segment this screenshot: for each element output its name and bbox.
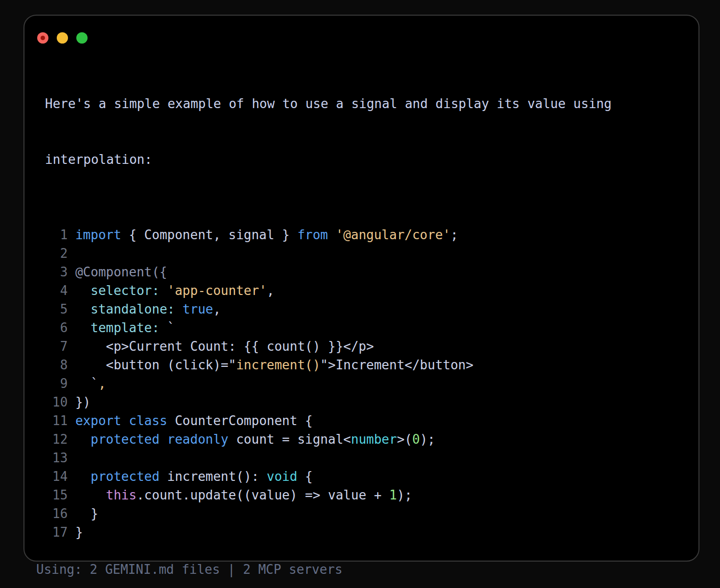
line-number: 6 <box>52 318 68 337</box>
code-line: 3@Component({ <box>52 263 698 281</box>
terminal-window: Here's a simple example of how to use a … <box>23 15 699 562</box>
code-line: 1import { Component, signal } from '@ang… <box>52 226 698 244</box>
line-number: 4 <box>52 281 68 300</box>
line-number: 14 <box>52 467 68 486</box>
line-number: 5 <box>52 300 68 318</box>
code-line: 8 <button (click)="increment()">Incremen… <box>52 356 698 374</box>
code-tokens: <button (click)="increment()">Increment<… <box>75 358 473 372</box>
code-block: 1import { Component, signal } from '@ang… <box>52 226 698 542</box>
code-line: 5 standalone: true, <box>52 300 698 318</box>
code-tokens: template: ` <box>75 320 175 335</box>
code-tokens: <p>Current Count: {{ count() }}</p> <box>75 339 374 354</box>
maximize-button[interactable] <box>76 32 88 44</box>
close-button[interactable] <box>37 32 48 44</box>
code-line: 11export class CounterComponent { <box>52 411 698 430</box>
code-line: 16 } <box>52 504 698 523</box>
code-line: 15 this.count.update((value) => value + … <box>52 486 698 504</box>
line-number: 15 <box>52 486 68 504</box>
status-text: Using: 2 GEMINI.md files | 2 MCP servers <box>36 560 698 579</box>
code-tokens: export class CounterComponent { <box>75 413 313 428</box>
line-number: 16 <box>52 504 68 523</box>
code-tokens: @Component({ <box>75 265 167 279</box>
code-line: 9 `, <box>52 374 698 393</box>
line-number: 3 <box>52 263 68 281</box>
code-line: 12 protected readonly count = signal<num… <box>52 430 698 449</box>
code-line: 7 <p>Current Count: {{ count() }}</p> <box>52 337 698 356</box>
line-number: 13 <box>52 449 68 467</box>
code-tokens: }) <box>75 395 90 409</box>
code-line: 10}) <box>52 393 698 411</box>
line-number: 11 <box>52 411 68 430</box>
code-tokens: protected increment(): void { <box>75 469 313 484</box>
line-number: 12 <box>52 430 68 449</box>
code-line: 2 <box>52 244 698 263</box>
titlebar <box>37 32 698 44</box>
intro-line-2: interpolation: <box>45 150 698 169</box>
code-line: 14 protected increment(): void { <box>52 467 698 486</box>
code-line: 6 template: ` <box>52 318 698 337</box>
code-tokens: `, <box>75 376 106 391</box>
line-number: 2 <box>52 244 68 263</box>
code-tokens: protected readonly count = signal<number… <box>75 432 435 447</box>
code-tokens: } <box>75 506 98 521</box>
code-line: 17} <box>52 523 698 542</box>
code-tokens: import { Component, signal } from '@angu… <box>75 227 458 242</box>
minimize-button[interactable] <box>57 32 68 44</box>
code-tokens: this.count.update((value) => value + 1); <box>75 488 412 502</box>
code-line: 4 selector: 'app-counter', <box>52 281 698 300</box>
code-tokens: standalone: true, <box>75 302 221 317</box>
line-number: 17 <box>52 523 68 542</box>
line-number: 7 <box>52 337 68 356</box>
line-number: 8 <box>52 356 68 374</box>
line-number: 9 <box>52 374 68 393</box>
line-number: 1 <box>52 226 68 244</box>
code-line: 13 <box>52 449 698 467</box>
intro-text: Here's a simple example of how to use a … <box>45 57 698 206</box>
code-tokens: } <box>75 525 83 540</box>
line-number: 10 <box>52 393 68 411</box>
intro-line-1: Here's a simple example of how to use a … <box>45 94 698 113</box>
code-tokens: selector: 'app-counter', <box>75 283 274 298</box>
